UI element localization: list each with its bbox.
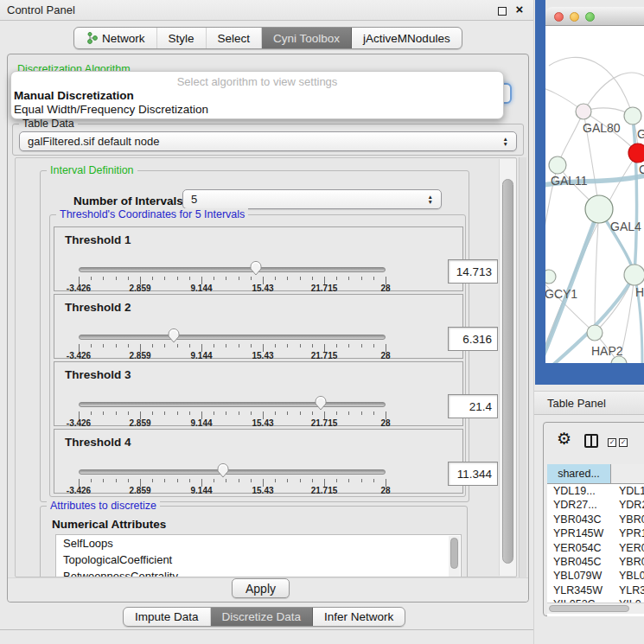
slider-track[interactable] (79, 267, 386, 272)
slider-tick (103, 411, 104, 415)
table-row[interactable]: YDR27...YDR2 (547, 498, 644, 512)
network-node[interactable] (587, 325, 603, 341)
table-row[interactable]: YDL19...YDL1 (547, 484, 644, 498)
tab-network[interactable]: Network (74, 28, 157, 48)
close-traffic-light-icon[interactable] (554, 12, 564, 22)
network-node[interactable] (624, 265, 644, 285)
num-intervals-label: Number of Intervals (73, 194, 183, 207)
slider-track[interactable] (79, 402, 386, 407)
table-row[interactable]: YBL079WYBL0 (547, 569, 644, 583)
tab-jactivemnodules[interactable]: jActiveMNodules (352, 28, 462, 48)
column-header-shared-name[interactable]: shared... (547, 464, 611, 484)
tab-cyni-toolbox[interactable]: Cyni Toolbox (262, 28, 352, 48)
settings-scrollbar[interactable] (499, 159, 516, 576)
bottom-tab-impute-data[interactable]: Impute Data (124, 608, 211, 626)
popup-option-manual[interactable]: Manual Discretization (13, 89, 497, 102)
bottom-tab-infer-network[interactable]: Infer Network (313, 608, 405, 626)
threshold-slider[interactable]: -3.4262.8599.14415.4321.71528 (79, 430, 386, 494)
threshold-slider[interactable]: -3.4262.8599.14415.4321.71528 (79, 227, 386, 292)
slider-tick (251, 277, 252, 280)
tab-select[interactable]: Select (207, 28, 263, 48)
tab-label: Cyni Toolbox (273, 32, 340, 45)
cell-shared-name: YBR043C (547, 513, 611, 526)
attribute-list-item[interactable]: SelfLoops (56, 535, 461, 552)
float-icon[interactable] (498, 7, 507, 16)
attribute-list-item[interactable]: BetweennessCentrality (56, 568, 461, 577)
popup-option-equal-width[interactable]: Equal Width/Frequency Discretization (13, 103, 497, 116)
slider-tick-label: -3.426 (67, 351, 91, 360)
slider-handle[interactable] (249, 260, 262, 276)
slider-tick (226, 411, 226, 415)
threshold-panel-2: Threshold 2-3.4262.8599.14415.4321.71528… (54, 294, 463, 359)
network-canvas[interactable]: GAL80GAL11GAL4GCY1HAP2GACH (545, 26, 644, 363)
cell-name: YBR0 (611, 555, 644, 569)
network-node[interactable] (549, 156, 566, 174)
slider-tick (189, 344, 190, 348)
panel-sash[interactable] (533, 0, 534, 644)
slider-tick (373, 479, 374, 482)
bottom-tab-discretize-data[interactable]: Discretize Data (211, 608, 314, 626)
threshold-value-field[interactable]: 14.713 (448, 259, 498, 284)
slider-tick (226, 479, 226, 482)
network-window-titlebar[interactable] (545, 7, 644, 26)
network-node[interactable] (624, 107, 641, 124)
numerical-attributes-label: Numerical Attributes (52, 518, 166, 531)
slider-tick (275, 277, 276, 280)
table-row[interactable]: YPR145WYPR1 (547, 526, 644, 540)
checkbox-icon[interactable]: ✓ (608, 438, 616, 447)
attribute-list-item[interactable]: TopologicalCoefficient (56, 552, 461, 568)
network-node[interactable] (585, 195, 613, 223)
slider-handle[interactable] (216, 462, 229, 478)
slider-tick-label: 9.144 (190, 351, 212, 360)
slider-track[interactable] (79, 335, 386, 340)
node-label-gal11: GAL11 (551, 174, 588, 188)
threshold-slider[interactable]: -3.4262.8599.14415.4321.71528 (79, 362, 386, 427)
slider-tick (103, 479, 104, 482)
interval-definition-title: Interval Definition (47, 164, 137, 177)
minimize-traffic-light-icon[interactable] (570, 12, 579, 22)
scrollbar-thumb[interactable] (450, 538, 458, 569)
tab-label: Discretize Data (222, 610, 302, 623)
num-intervals-value: 5 (191, 193, 197, 206)
close-icon[interactable]: × (513, 3, 526, 16)
cell-shared-name: YDR27... (547, 498, 611, 512)
slider-tick (164, 411, 165, 415)
threshold-value-field[interactable]: 11.344 (448, 462, 498, 486)
slider-track[interactable] (79, 469, 386, 475)
bottom-tabs: Impute DataDiscretize DataInfer Network (123, 607, 405, 627)
num-intervals-combo[interactable]: 5 ▲▼ (182, 189, 442, 209)
slider-tick (214, 344, 214, 348)
slider-handle[interactable] (315, 395, 328, 411)
apply-button[interactable]: Apply (232, 578, 290, 598)
table-hscrollbar[interactable] (547, 603, 644, 614)
scrollbar-thumb[interactable] (502, 179, 513, 564)
table-row[interactable]: YBR045CYBR0 (547, 555, 644, 569)
zoom-traffic-light-icon[interactable] (585, 12, 595, 22)
slider-tick-label: 21.715 (311, 351, 338, 360)
network-node[interactable] (576, 104, 591, 119)
control-panel-tabs: NetworkStyleSelectCyni ToolboxjActiveMNo… (73, 27, 462, 49)
table-row[interactable]: YLR345WYLR3 (547, 583, 644, 597)
gear-icon[interactable]: ⚙ (557, 430, 571, 447)
attributes-list-scrollbar[interactable] (449, 536, 460, 577)
threshold-slider[interactable]: -3.4262.8599.14415.4321.71528 (79, 295, 386, 360)
scrollbar-thumb[interactable] (549, 605, 629, 612)
network-node[interactable] (628, 143, 644, 163)
cell-name: YDL1 (611, 484, 644, 498)
threshold-value-field[interactable]: 6.316 (448, 327, 498, 351)
slider-tick-label: 15.43 (252, 418, 273, 428)
threshold-value-field[interactable]: 21.4 (448, 394, 498, 418)
slider-handle[interactable] (168, 328, 181, 343)
slider-tick (300, 344, 301, 348)
slider-tick (164, 344, 165, 348)
network-node[interactable] (545, 270, 556, 284)
split-columns-icon[interactable] (584, 434, 598, 448)
checkbox-icon[interactable]: ✓ (619, 438, 628, 447)
table-row[interactable]: YER054CYER0 (547, 541, 644, 555)
tab-style[interactable]: Style (157, 28, 207, 48)
attributes-group: Attributes to discretize Numerical Attri… (40, 506, 468, 577)
slider-tick (348, 411, 349, 415)
table-row[interactable]: YBR043CYBR0 (547, 513, 644, 526)
table-data-combo[interactable]: galFiltered.sif default node ▲▼ (19, 131, 517, 151)
column-header-name[interactable]: na (611, 464, 644, 484)
